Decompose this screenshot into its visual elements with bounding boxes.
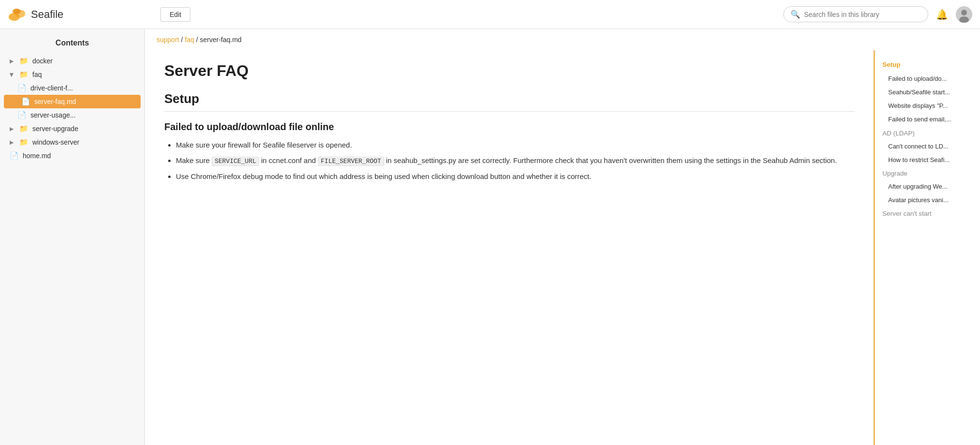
sidebar-item-label: drive-client-f... xyxy=(30,84,73,92)
breadcrumb: support / faq / server-faq.md xyxy=(145,29,980,50)
main-layout: Contents ▶ 📁 docker ▶ 📁 faq 📄 drive-clie… xyxy=(0,29,980,445)
file-icon: 📄 xyxy=(21,97,30,106)
subsection-upload-heading: Failed to upload/download file online xyxy=(164,121,854,133)
search-box: 🔍 xyxy=(783,6,928,22)
sidebar-item-label: server-usage... xyxy=(30,111,75,119)
toc-item-after-upgrading[interactable]: After upgrading We... xyxy=(875,180,980,193)
chevron-right-icon: ▶ xyxy=(10,139,14,146)
sidebar-item-server-usage[interactable]: 📄 server-usage... xyxy=(0,108,144,122)
logo-text: Seafile xyxy=(31,8,63,21)
sidebar-item-windows-server[interactable]: ▶ 📁 windows-server xyxy=(0,135,144,149)
header-middle: Edit xyxy=(153,7,783,22)
folder-icon: 📁 xyxy=(19,70,29,79)
code-file-server-root: FILE_SERVER_ROOT xyxy=(318,157,384,166)
header-right: 🔍 🔔 xyxy=(783,6,972,23)
chevron-down-icon: ▶ xyxy=(9,73,15,76)
toc-item-failed-upload[interactable]: Failed to upload/do... xyxy=(875,72,980,86)
sidebar: Contents ▶ 📁 docker ▶ 📁 faq 📄 drive-clie… xyxy=(0,29,145,445)
sidebar-item-faq[interactable]: ▶ 📁 faq xyxy=(0,68,144,81)
svg-point-4 xyxy=(961,10,967,15)
file-icon: 📄 xyxy=(17,84,27,92)
sidebar-item-label: server-upgrade xyxy=(32,125,78,133)
bullet-3: Use Chrome/Firefox debug mode to find ou… xyxy=(176,171,854,182)
chevron-right-icon: ▶ xyxy=(10,58,14,64)
folder-icon: 📁 xyxy=(19,138,29,147)
toc-item-website-displays[interactable]: Website displays "P... xyxy=(875,99,980,113)
sidebar-item-label: windows-server xyxy=(32,138,79,146)
sidebar-item-drive-client[interactable]: 📄 drive-client-f... xyxy=(0,81,144,95)
doc-main: Server FAQ Setup Failed to upload/downlo… xyxy=(145,50,874,445)
folder-icon: 📁 xyxy=(19,57,29,65)
bullet-1-text: Make sure your firewall for Seafile file… xyxy=(176,141,352,149)
toc-item-avatar-vani[interactable]: Avatar pictures vani... xyxy=(875,193,980,207)
notification-bell-icon[interactable]: 🔔 xyxy=(936,9,948,20)
bullet-3-text: Use Chrome/Firefox debug mode to find ou… xyxy=(176,172,591,180)
upload-bullets: Make sure your firewall for Seafile file… xyxy=(164,139,854,182)
bullet-1: Make sure your firewall for Seafile file… xyxy=(176,139,854,151)
breadcrumb-sep: / xyxy=(196,36,200,44)
breadcrumb-support[interactable]: support xyxy=(157,36,179,44)
file-icon: 📄 xyxy=(10,151,19,160)
toc-section-ad-ldap: AD (LDAP) xyxy=(875,127,980,140)
toc-item-seahub-start[interactable]: Seahub/Seafile start... xyxy=(875,86,980,99)
sidebar-item-home-md[interactable]: 📄 home.md xyxy=(0,149,144,163)
doc-body: Server FAQ Setup Failed to upload/downlo… xyxy=(145,50,980,445)
app-header: Seafile Edit 🔍 🔔 xyxy=(0,0,980,29)
sidebar-item-docker[interactable]: ▶ 📁 docker xyxy=(0,54,144,68)
svg-point-2 xyxy=(13,8,20,14)
sidebar-item-label: server-faq.md xyxy=(34,98,76,105)
search-input[interactable] xyxy=(804,11,921,18)
toc-section-upgrade: Upgrade xyxy=(875,167,980,180)
seafile-logo-icon xyxy=(8,6,27,23)
toc-item-restrict-seafi[interactable]: How to restrict Seafi... xyxy=(875,153,980,167)
breadcrumb-faq[interactable]: faq xyxy=(185,36,194,44)
folder-icon: 📁 xyxy=(19,124,29,133)
toc-item-setup[interactable]: Setup xyxy=(875,58,980,72)
breadcrumb-current: server-faq.md xyxy=(200,36,242,44)
user-avatar[interactable] xyxy=(956,6,972,23)
sidebar-item-label: faq xyxy=(32,71,42,78)
code-service-url: SERVICE_URL xyxy=(212,157,259,166)
sidebar-item-server-faq[interactable]: 📄 server-faq.md xyxy=(4,95,141,108)
chevron-right-icon: ▶ xyxy=(10,126,14,132)
toc-sidebar: Setup Failed to upload/do... Seahub/Seaf… xyxy=(874,50,980,445)
logo-area: Seafile xyxy=(8,6,153,23)
file-icon: 📄 xyxy=(17,111,27,119)
bullet-2: Make sure SERVICE_URL in ccnet.conf and … xyxy=(176,155,854,167)
doc-title: Server FAQ xyxy=(164,62,854,80)
content-area: support / faq / server-faq.md Server FAQ… xyxy=(145,29,980,445)
section-divider xyxy=(164,111,854,112)
toc-item-cant-connect-ld[interactable]: Can't connect to LD... xyxy=(875,140,980,153)
sidebar-item-server-upgrade[interactable]: ▶ 📁 server-upgrade xyxy=(0,122,144,135)
sidebar-item-label: home.md xyxy=(23,152,51,160)
sidebar-title: Contents xyxy=(0,34,144,54)
search-icon: 🔍 xyxy=(791,10,800,19)
section-setup-heading: Setup xyxy=(164,91,854,106)
edit-button[interactable]: Edit xyxy=(160,7,190,22)
toc-section-server-cant-start: Server can't start xyxy=(875,207,980,220)
toc-item-failed-email[interactable]: Failed to send email,... xyxy=(875,113,980,126)
sidebar-item-label: docker xyxy=(32,57,53,65)
avatar-icon xyxy=(956,6,972,23)
